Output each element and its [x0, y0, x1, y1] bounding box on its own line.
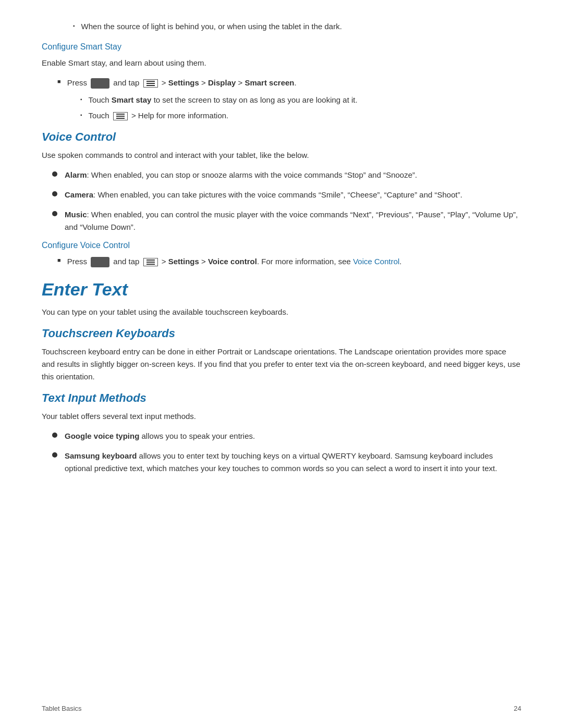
text-input-methods-intro: Your tablet offers several text input me…: [42, 410, 521, 423]
configure-smart-stay-heading: Configure Smart Stay: [42, 42, 521, 52]
text-input-methods-heading: Text Input Methods: [42, 391, 521, 405]
google-voice-label: Google voice typing: [65, 431, 139, 440]
top-sub-bullet: ▪ When the source of light is behind you…: [63, 21, 521, 33]
press-label: Press: [67, 78, 87, 87]
alarm-dot: [52, 171, 57, 177]
alarm-text: Alarm: When enabled, you can stop or sno…: [65, 169, 417, 181]
top-bullet-text: When the source of light is behind you, …: [81, 21, 342, 33]
samsung-keyboard-dot: [52, 452, 57, 458]
settings-path-text: > Settings > Display > Smart screen.: [162, 78, 297, 87]
touchscreen-keyboards-section: Touchscreen Keyboards Touchscreen keyboa…: [42, 327, 521, 383]
sub-marker-2: ▪: [80, 112, 82, 118]
square-bullet-marker-1: ■: [57, 78, 61, 84]
google-voice-bullet: Google voice typing allows you to speak …: [52, 430, 521, 442]
voice-press-bullet: ■ Press and tap > Settings > Voice contr…: [57, 255, 521, 268]
page-footer: Tablet Basics 24: [42, 705, 521, 712]
voice-control-link[interactable]: Voice Control: [353, 257, 399, 266]
text-input-bullets: Google voice typing allows you to speak …: [52, 430, 521, 475]
top-bullet-section: ▪ When the source of light is behind you…: [42, 21, 521, 33]
smart-stay-sub-bullet-2: ▪ Touch > Help for more information.: [70, 110, 521, 122]
and-tap-label: and tap: [113, 78, 139, 87]
voice-control-intro: Use spoken commands to control and inter…: [42, 149, 521, 162]
enter-text-heading: Enter Text: [42, 279, 521, 300]
voice-press-text: Press and tap > Settings > Voice control…: [67, 255, 402, 268]
smart-stay-sub-text-1: Touch Smart stay to set the screen to st…: [89, 94, 358, 106]
google-voice-dot: [52, 433, 57, 438]
menu-icon-1: [143, 79, 158, 88]
home-button-icon: [91, 78, 109, 89]
touchscreen-keyboards-body: Touchscreen keyboard entry can be done i…: [42, 346, 521, 383]
smart-stay-bold: Smart stay: [112, 95, 152, 104]
music-dot: [52, 211, 57, 216]
text-input-methods-section: Text Input Methods Your tablet offers se…: [42, 391, 521, 475]
touchscreen-keyboards-heading: Touchscreen Keyboards: [42, 327, 521, 340]
configure-smart-stay-section: Configure Smart Stay Enable Smart stay, …: [42, 42, 521, 122]
menu-icon-3: [143, 258, 158, 266]
samsung-keyboard-bullet: Samsung keyboard allows you to enter tex…: [52, 450, 521, 475]
footer-right: 24: [514, 705, 521, 712]
samsung-keyboard-text: Samsung keyboard allows you to enter tex…: [65, 450, 521, 475]
camera-label: Camera: [65, 190, 93, 199]
voice-square-marker: ■: [57, 257, 61, 263]
alarm-label: Alarm: [65, 170, 87, 179]
music-text: Music: When enabled, you can control the…: [65, 208, 521, 233]
smart-stay-sub-bullet-1: ▪ Touch Smart stay to set the screen to …: [70, 94, 521, 106]
voice-settings-path: > Settings > Voice control.: [162, 257, 261, 266]
home-button-icon-2: [91, 257, 109, 267]
voice-control-heading: Voice Control: [42, 130, 521, 144]
for-more-info: For more information, see: [261, 257, 353, 266]
configure-smart-stay-bullets: ■ Press and tap > Settings > Display > S…: [57, 77, 521, 122]
google-voice-text: Google voice typing allows you to speak …: [65, 430, 255, 442]
configure-voice-control-heading: Configure Voice Control: [42, 241, 521, 250]
press-bullet-item: ■ Press and tap > Settings > Display > S…: [57, 77, 521, 89]
music-label: Music: [65, 210, 87, 219]
camera-text: Camera: When enabled, you can take pictu…: [65, 189, 462, 201]
voice-control-bullets: Alarm: When enabled, you can stop or sno…: [52, 169, 521, 233]
samsung-keyboard-label: Samsung keyboard: [65, 451, 137, 460]
voice-control-press-bullets: ■ Press and tap > Settings > Voice contr…: [57, 255, 521, 268]
enter-text-section: Enter Text You can type on your tablet u…: [42, 279, 521, 318]
voice-control-section: Voice Control Use spoken commands to con…: [42, 130, 521, 233]
sub-marker-1: ▪: [80, 96, 82, 102]
smart-stay-sub-text-2: Touch > Help for more information.: [89, 110, 229, 122]
alarm-bullet: Alarm: When enabled, you can stop or sno…: [52, 169, 521, 181]
camera-dot: [52, 191, 57, 196]
enter-text-intro: You can type on your tablet using the av…: [42, 306, 521, 318]
footer-left: Tablet Basics: [42, 705, 82, 712]
configure-smart-stay-intro: Enable Smart stay, and learn about using…: [42, 57, 521, 69]
menu-icon-2: [113, 112, 128, 120]
configure-voice-control-section: Configure Voice Control ■ Press and tap: [42, 241, 521, 268]
press-bullet-text: Press and tap > Settings > Display > Sma…: [67, 77, 297, 89]
music-bullet: Music: When enabled, you can control the…: [52, 208, 521, 233]
camera-bullet: Camera: When enabled, you can take pictu…: [52, 189, 521, 201]
page-container: ▪ When the source of light is behind you…: [0, 0, 563, 728]
smart-stay-sub-bullets: ▪ Touch Smart stay to set the screen to …: [70, 94, 521, 122]
sub-bullet-marker: ▪: [73, 23, 75, 29]
